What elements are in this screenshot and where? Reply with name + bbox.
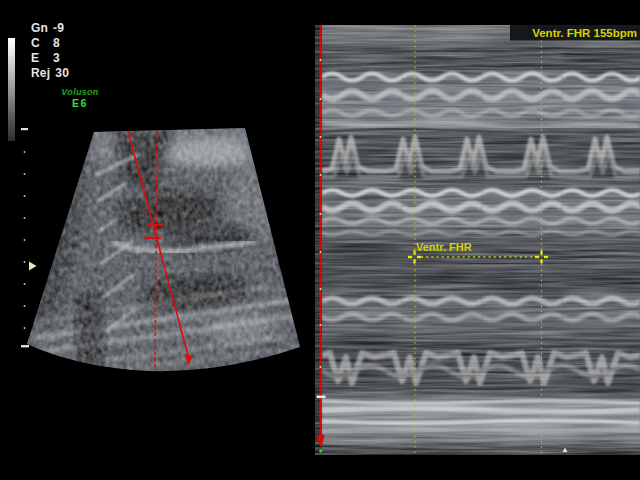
- param-row-enhance: E 3: [31, 51, 69, 66]
- mmode-panel: Ventr. FHR 155bpm Ventr. FHR: [298, 25, 640, 455]
- param-value: -9: [53, 21, 64, 36]
- depth-end-dot: [319, 449, 322, 452]
- 2d-image: [20, 124, 305, 378]
- fhr-result-label: Ventr. FHR 155bpm: [532, 27, 637, 39]
- param-label: E: [31, 51, 48, 66]
- logo-brand: Voluson: [56, 87, 104, 97]
- param-value: 8: [53, 36, 60, 51]
- 2d-image-panel: [0, 80, 310, 400]
- depth-major-tick: [317, 396, 326, 399]
- voluson-logo: Voluson E6: [56, 87, 104, 109]
- param-row-gain: Gn -9: [31, 21, 69, 36]
- param-label: C: [31, 36, 48, 51]
- fhr-measurement-label: Ventr. FHR: [416, 241, 472, 253]
- depth-scale: [21, 128, 29, 347]
- param-value: 3: [53, 51, 60, 66]
- param-value: 30: [55, 66, 69, 81]
- param-label: Gn: [31, 21, 48, 36]
- param-label: Rej: [31, 66, 50, 81]
- focus-arrow-icon[interactable]: [29, 262, 37, 271]
- logo-model: E6: [56, 97, 104, 109]
- mmode-trace: [322, 25, 640, 455]
- ultrasound-screen: Gn -9 C 8 E 3 Rej 30 Voluson E6: [0, 0, 640, 480]
- param-row-rejection: Rej 30: [31, 66, 69, 81]
- param-row-contrast: C 8: [31, 36, 69, 51]
- imaging-params: Gn -9 C 8 E 3 Rej 30: [31, 21, 69, 81]
